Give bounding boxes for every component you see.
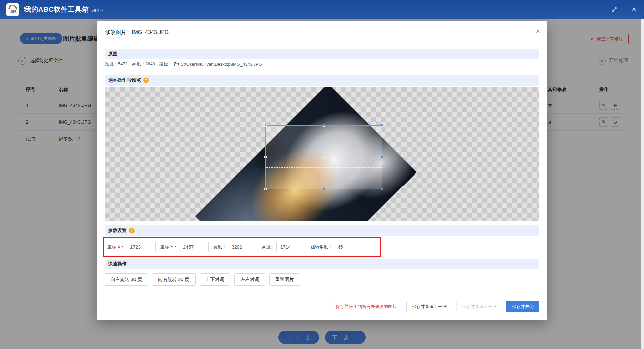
folder-icon: [174, 62, 179, 66]
help-icon[interactable]: ?: [129, 228, 135, 233]
selection-handle[interactable]: [264, 188, 267, 190]
selection-center-icon: +: [322, 154, 325, 160]
rotation-angle-input[interactable]: [334, 242, 363, 252]
selection-handle[interactable]: [381, 124, 383, 127]
section-quick-actions: 快速操作: [105, 259, 539, 269]
selection-handle[interactable]: [264, 156, 267, 158]
dialog-title: 修改图片：IMG_4343.JPG: [105, 29, 169, 36]
flip-vertical-button[interactable]: 上下对调: [200, 273, 230, 286]
help-icon[interactable]: ?: [143, 78, 149, 83]
crop-selection-box[interactable]: +: [265, 125, 382, 189]
app-title: 我的ABC软件工具箱: [24, 5, 89, 14]
save-view-next-button[interactable]: 保存并查看下一张: [456, 301, 502, 312]
selection-handle[interactable]: [381, 156, 383, 158]
section-original-image: 原图: [105, 49, 539, 59]
app-logo-icon: A B: [6, 3, 19, 16]
edit-image-dialog: 修改图片：IMG_4343.JPG × 原图 宽度：5472，高度：3648，路…: [97, 21, 547, 320]
flip-horizontal-button[interactable]: 左右对调: [234, 273, 265, 286]
grid-line: [305, 126, 305, 189]
coord-x-input[interactable]: [126, 242, 156, 252]
param-height: 高度：: [262, 242, 306, 252]
section-parameters: 参数设置 ?: [105, 225, 539, 236]
original-image-info: 宽度：5472，高度：3648，路径： C:\Users\sullivan\De…: [105, 61, 262, 67]
save-view-previous-button[interactable]: 保存并查看上一张: [406, 301, 452, 312]
selection-handle[interactable]: [264, 124, 267, 127]
param-label: 坐标-X：: [107, 244, 125, 250]
rotate-right-30-button[interactable]: 向右旋转 30 度: [152, 273, 195, 286]
preview-canvas[interactable]: +: [105, 87, 539, 221]
section-quick-actions-title: 快速操作: [108, 261, 127, 267]
save-close-button[interactable]: 保存并关闭: [506, 301, 539, 312]
minimize-icon[interactable]: —: [591, 6, 599, 13]
image-dimensions-text: 宽度：5472，高度：3648，路径：: [105, 61, 172, 67]
window-controls: — ⤢ ✕: [591, 0, 638, 19]
coord-y-input[interactable]: [179, 242, 209, 252]
app-window: A B 我的ABC软件工具箱 v6.1.0 — ⤢ ✕ ‹ 返回到主面板 图片批…: [0, 0, 644, 349]
image-file-path: C:\Users\sullivan\Desktop\IMG_4343.JPG: [181, 62, 262, 67]
param-coord-y: 坐标-Y：: [160, 242, 209, 252]
scrollbar[interactable]: [641, 19, 644, 349]
param-width: 宽度：: [213, 242, 257, 252]
grid-line: [266, 167, 382, 168]
param-label: 旋转角度：: [311, 244, 332, 250]
param-coord-x: 坐标-X：: [107, 242, 156, 252]
section-original-title: 原图: [108, 51, 117, 57]
maximize-icon[interactable]: ⤢: [610, 6, 619, 13]
quick-actions-row: 向左旋转 30 度 向右旋转 30 度 上下对调 左右对调 重置图片: [105, 273, 300, 286]
param-label: 高度：: [262, 244, 275, 250]
dialog-close-icon[interactable]: ×: [536, 27, 540, 36]
save-apply-all-button[interactable]: 保存并应用到所有未修改的图片: [330, 301, 402, 312]
width-input[interactable]: [228, 242, 257, 252]
section-parameters-title: 参数设置: [108, 228, 127, 234]
close-icon[interactable]: ✕: [630, 6, 638, 13]
section-preview-title: 选区操作与预览: [108, 77, 141, 83]
height-input[interactable]: [276, 242, 306, 252]
section-selection-preview: 选区操作与预览 ?: [105, 75, 539, 86]
selection-handle[interactable]: [323, 188, 325, 190]
parameters-highlight-box: 坐标-X： 坐标-Y： 宽度： 高度： 旋转角度：: [103, 237, 381, 257]
param-label: 坐标-Y：: [160, 244, 178, 250]
titlebar: A B 我的ABC软件工具箱 v6.1.0 — ⤢ ✕: [0, 0, 644, 19]
app-version: v6.1.0: [92, 8, 103, 13]
reset-image-button[interactable]: 重置图片: [269, 273, 300, 286]
svg-text:B: B: [13, 9, 17, 14]
grid-line: [266, 147, 382, 147]
selection-handle[interactable]: [323, 124, 325, 127]
rotate-left-30-button[interactable]: 向左旋转 30 度: [105, 273, 148, 286]
dialog-footer: 保存并应用到所有未修改的图片 保存并查看上一张 保存并查看下一张 保存并关闭: [105, 301, 539, 312]
grid-line: [343, 126, 343, 189]
param-rotation: 旋转角度：: [311, 242, 363, 252]
param-label: 宽度：: [213, 244, 226, 250]
selection-handle[interactable]: [381, 188, 383, 190]
